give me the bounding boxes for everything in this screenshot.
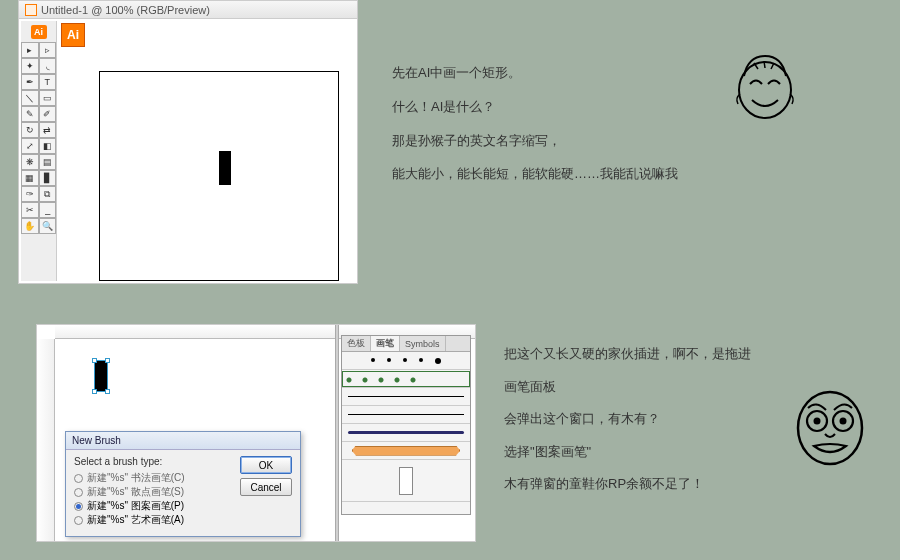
- gradient-tool-icon[interactable]: ▊: [39, 170, 57, 186]
- graph-tool-icon[interactable]: ▤: [39, 154, 57, 170]
- cancel-button[interactable]: Cancel: [240, 478, 292, 496]
- brush-preset-rough[interactable]: [342, 424, 470, 442]
- radio-label: 新建"%s" 书法画笔(C): [87, 471, 185, 485]
- pen-tool-icon[interactable]: ✒: [21, 74, 39, 90]
- brush-tool-icon[interactable]: ✎: [21, 106, 39, 122]
- rectangle-tool-icon[interactable]: ▭: [39, 90, 57, 106]
- selection-handle[interactable]: [92, 358, 97, 363]
- caption-line: 画笔面板: [504, 371, 784, 404]
- brush-preset-calligraphic[interactable]: [342, 352, 470, 370]
- svg-point-0: [739, 62, 791, 118]
- caption-line: 先在AI中画一个矩形。: [392, 56, 732, 90]
- tab-symbols[interactable]: Symbols: [400, 336, 446, 351]
- brushes-panel: 色板 画笔 Symbols: [341, 335, 471, 515]
- brush-preset-thin-line-2[interactable]: [342, 406, 470, 424]
- selection-handle[interactable]: [92, 389, 97, 394]
- brush-preset-thin-line[interactable]: [342, 388, 470, 406]
- pencil-tool-icon[interactable]: ✐: [39, 106, 57, 122]
- new-brush-dialog: New Brush Select a brush type: 新建"%s" 书法…: [65, 431, 301, 537]
- selection-handle[interactable]: [105, 389, 110, 394]
- selection-handle[interactable]: [105, 358, 110, 363]
- selection-tool-icon[interactable]: ▸: [21, 42, 39, 58]
- ruler-vertical: [37, 339, 55, 541]
- blend-tool-icon[interactable]: ⧉: [39, 186, 57, 202]
- document-icon: [25, 4, 37, 16]
- eyedropper-tool-icon[interactable]: ✑: [21, 186, 39, 202]
- scissors-tool-icon[interactable]: ⎯: [39, 202, 57, 218]
- free-transform-tool-icon[interactable]: ◧: [39, 138, 57, 154]
- line-tool-icon[interactable]: ＼: [21, 90, 39, 106]
- brush-preset-ornament[interactable]: [342, 370, 470, 388]
- ai-badge-icon: Ai: [31, 25, 47, 39]
- panel-divider[interactable]: [335, 325, 339, 541]
- mesh-tool-icon[interactable]: ▦: [21, 170, 39, 186]
- radio-label: 新建"%s" 散点画笔(S): [87, 485, 184, 499]
- slice-tool-icon[interactable]: ✂: [21, 202, 39, 218]
- reflect-tool-icon[interactable]: ⇄: [39, 122, 57, 138]
- svg-point-1: [798, 392, 862, 464]
- symbol-tool-icon[interactable]: ❋: [21, 154, 39, 170]
- tools-panel[interactable]: Ai ▸▹ ✦◟ ✒T ＼▭ ✎✐ ↻⇄ ⤢◧ ❋▤ ▦▊ ✑⧉ ✂⎯ ✋🔍: [21, 21, 57, 281]
- caption-line: 什么！AI是什么？: [392, 90, 732, 124]
- section2-caption: 把这个又长又硬的家伙插进，啊不，是拖进 画笔面板 会弹出这个窗口，有木有？ 选择…: [504, 338, 784, 501]
- window-title: Untitled-1 @ 100% (RGB/Preview): [41, 4, 210, 16]
- hand-tool-icon[interactable]: ✋: [21, 218, 39, 234]
- radio-label: 新建"%s" 图案画笔(P): [87, 499, 184, 513]
- caption-line: 把这个又长又硬的家伙插进，啊不，是拖进: [504, 338, 784, 371]
- rage-face-gusta-icon: [792, 388, 868, 468]
- type-tool-icon[interactable]: T: [39, 74, 57, 90]
- radio-pattern[interactable]: 新建"%s" 图案画笔(P): [74, 499, 292, 513]
- lasso-tool-icon[interactable]: ◟: [39, 58, 57, 74]
- caption-line: 选择"图案画笔": [504, 436, 784, 469]
- caption-line: 木有弹窗的童鞋你RP余额不足了！: [504, 468, 784, 501]
- selected-rectangle[interactable]: [95, 361, 107, 391]
- radio-label: 新建"%s" 艺术画笔(A): [87, 513, 184, 527]
- tab-brushes[interactable]: 画笔: [371, 336, 400, 351]
- caption-line: 那是孙猴子的英文名字缩写，: [392, 124, 732, 158]
- caption-line: 会弹出这个窗口，有木有？: [504, 403, 784, 436]
- zoom-tool-icon[interactable]: 🔍: [39, 218, 57, 234]
- svg-point-5: [840, 418, 847, 425]
- illustrator-window-2: 色板 画笔 Symbols New Brush Select a brush t…: [36, 324, 476, 542]
- brush-preset-pattern[interactable]: [342, 460, 470, 502]
- panel-tabs: 色板 画笔 Symbols: [342, 336, 470, 352]
- tab-swatches[interactable]: 色板: [342, 336, 371, 351]
- title-bar: Untitled-1 @ 100% (RGB/Preview): [19, 1, 357, 19]
- brush-preset-banner[interactable]: [342, 442, 470, 460]
- dialog-title: New Brush: [66, 432, 300, 450]
- caption-line: 能大能小，能长能短，能软能硬……我能乱说嘛我: [392, 157, 732, 191]
- ai-logo-icon: Ai: [61, 23, 85, 47]
- svg-point-4: [814, 418, 821, 425]
- rage-face-content-icon: [734, 50, 796, 120]
- section1-caption: 先在AI中画一个矩形。 什么！AI是什么？ 那是孙猴子的英文名字缩写， 能大能小…: [392, 56, 732, 191]
- magic-wand-tool-icon[interactable]: ✦: [21, 58, 39, 74]
- illustrator-window-1: Untitled-1 @ 100% (RGB/Preview) Ai Ai ▸▹…: [18, 0, 358, 284]
- rotate-tool-icon[interactable]: ↻: [21, 122, 39, 138]
- drawn-rectangle[interactable]: [219, 151, 231, 185]
- ok-button[interactable]: OK: [240, 456, 292, 474]
- direct-select-tool-icon[interactable]: ▹: [39, 42, 57, 58]
- scale-tool-icon[interactable]: ⤢: [21, 138, 39, 154]
- radio-art[interactable]: 新建"%s" 艺术画笔(A): [74, 513, 292, 527]
